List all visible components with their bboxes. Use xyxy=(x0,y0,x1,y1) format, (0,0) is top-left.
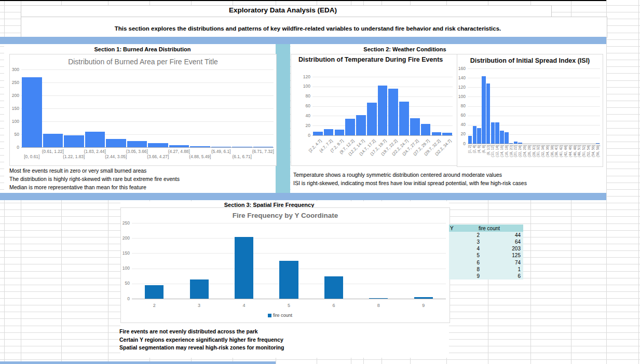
y-tick-label: 0 xyxy=(116,297,130,301)
x-tick-label: (6.71, 7.32] xyxy=(244,149,282,154)
bar xyxy=(491,122,495,144)
temperature-histogram[interactable]: Distribution of Temperature During Fire … xyxy=(291,54,457,166)
bar xyxy=(432,132,442,135)
x-tick-label: (42, 44] xyxy=(564,145,568,166)
plot-gridline xyxy=(132,253,446,254)
bar xyxy=(514,142,518,144)
y-tick-label: 100 xyxy=(296,84,310,89)
x-tick-label: (5.49, 6.1] xyxy=(202,149,240,154)
table-cell[interactable]: 64 xyxy=(480,239,521,245)
table-cell[interactable]: 203 xyxy=(480,245,521,252)
bar xyxy=(64,135,84,147)
chart-legend: fire count xyxy=(268,313,292,318)
plot-gridline xyxy=(468,78,600,78)
y-tick-label: 100 xyxy=(116,266,130,271)
x-tick-label: (48, 50] xyxy=(577,145,581,166)
table-header-cell[interactable]: fire count xyxy=(465,225,514,232)
x-tick-label: (1.83, 2.44] xyxy=(76,149,114,154)
section2-notes: Temperature shows a roughly symmetric di… xyxy=(293,171,527,187)
x-tick-label: 4 xyxy=(222,303,266,308)
section1-notes: Most fire events result in zero or very … xyxy=(9,166,180,191)
table-cell[interactable]: 6 xyxy=(449,259,480,266)
table-cell[interactable]: 3 xyxy=(449,239,480,245)
bar xyxy=(495,122,499,144)
bar xyxy=(369,298,388,299)
x-axis-line xyxy=(312,135,453,136)
isi-histogram[interactable]: Distribution of Initial Spread Index (IS… xyxy=(457,54,603,167)
bar xyxy=(169,145,189,147)
note-line: Certain Y regions experience significant… xyxy=(119,336,284,344)
x-tick-label: (8, 10] xyxy=(486,145,491,166)
x-tick-label: (10, 12] xyxy=(491,145,495,166)
x-tick-label: (4.88, 5.49] xyxy=(181,155,219,159)
y-tick-label: 250 xyxy=(116,221,130,226)
y-tick-label: 160 xyxy=(452,66,466,71)
x-tick-label: [0, 2] xyxy=(468,145,472,166)
section2-header: Section 2: Weather Conditions xyxy=(291,46,519,52)
bar xyxy=(335,130,345,135)
table-cell[interactable]: 74 xyxy=(480,259,521,266)
bar xyxy=(414,297,433,299)
bar xyxy=(596,143,600,144)
x-tick-label: 5 xyxy=(266,303,311,308)
plot-gridline xyxy=(21,121,274,122)
table-cell[interactable]: 9 xyxy=(449,273,480,279)
x-axis-line xyxy=(468,144,600,144)
x-tick-label: (24, 26] xyxy=(523,145,527,166)
x-tick-label: (56, 58] xyxy=(596,145,600,166)
bar xyxy=(145,285,164,299)
bar xyxy=(235,237,253,299)
bar xyxy=(106,139,126,148)
table-row: 96 xyxy=(449,273,523,279)
table-cell[interactable]: 125 xyxy=(480,252,521,259)
table-cell[interactable]: 2 xyxy=(449,232,480,239)
bar xyxy=(43,134,63,147)
bar xyxy=(253,147,274,147)
x-tick-label: 3 xyxy=(176,303,221,308)
bar xyxy=(410,118,420,135)
legend-label: fire count xyxy=(273,313,292,318)
bar xyxy=(486,83,491,144)
chart-title: Distribution of Burned Area per Fire Eve… xyxy=(10,58,276,66)
table-row: 81 xyxy=(449,266,523,273)
table-cell[interactable]: 6 xyxy=(480,273,521,279)
y-tick-label: 20 xyxy=(452,132,466,136)
section3-notes: Fire events are not evenly distributed a… xyxy=(119,328,284,352)
bar xyxy=(190,146,210,148)
burned-area-histogram[interactable]: Distribution of Burned Area per Fire Eve… xyxy=(9,54,277,166)
x-tick-label: (14, 16] xyxy=(500,145,504,166)
bar xyxy=(399,102,409,135)
bar xyxy=(85,132,105,147)
y-tick-label: 20 xyxy=(296,123,310,128)
table-cell[interactable]: 8 xyxy=(449,266,480,273)
table-cell[interactable]: 4 xyxy=(449,245,480,252)
bar xyxy=(324,276,343,299)
note-line: Median is more representative than mean … xyxy=(9,183,180,191)
table-row: 5125 xyxy=(449,252,523,259)
bar xyxy=(211,147,232,147)
bar xyxy=(148,143,168,147)
table-cell[interactable]: 1 xyxy=(480,266,521,273)
table-row: 244 xyxy=(449,232,523,239)
x-tick-label: (30, 32] xyxy=(536,145,540,166)
x-tick-label: (3.66, 4.27] xyxy=(139,155,176,159)
x-tick-label: (26, 28] xyxy=(527,145,532,166)
y-tick-label: 0 xyxy=(452,142,466,146)
section-divider-band-middle xyxy=(0,193,606,200)
x-tick-label: (2, 4] xyxy=(472,145,476,166)
table-row: 674 xyxy=(449,259,523,266)
x-axis-line xyxy=(132,299,446,299)
x-tick-label: (4, 6] xyxy=(477,145,481,166)
note-line: Temperature shows a roughly symmetric di… xyxy=(293,171,527,179)
bar xyxy=(442,133,452,135)
table-cell[interactable]: 5 xyxy=(449,252,480,259)
chart-title: Distribution of Initial Spread Index (IS… xyxy=(457,57,603,64)
plot-gridline xyxy=(312,77,453,77)
bar xyxy=(518,143,522,144)
x-tick-label: 8 xyxy=(356,303,401,308)
table-header-row: Yfire count xyxy=(449,225,523,232)
x-tick-label: (40, 42] xyxy=(559,145,563,166)
fire-frequency-chart[interactable]: Fire Frequency by Y Coordinate 050100150… xyxy=(120,207,450,323)
table-cell[interactable]: 44 xyxy=(480,232,521,239)
y-tick-label: 120 xyxy=(296,75,310,79)
